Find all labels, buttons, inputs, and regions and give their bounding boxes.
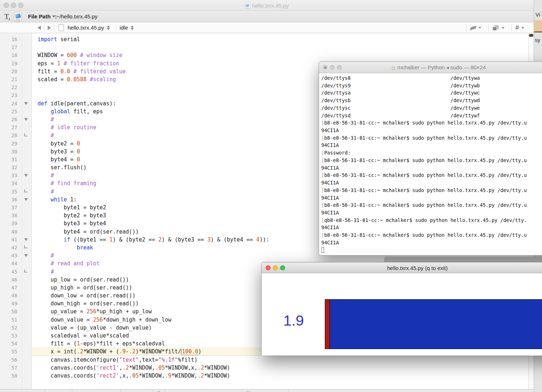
line-number[interactable]: 52 (0, 325, 20, 331)
line-number[interactable]: 40 (0, 229, 20, 235)
fold-toggle-icon[interactable] (20, 254, 32, 257)
language-menu[interactable]: Python (45, 389, 72, 392)
fold-toggle-icon[interactable] (20, 198, 32, 201)
text-tool-icon[interactable]: T, (4, 13, 10, 21)
line-number[interactable]: 28 (0, 132, 20, 138)
line-number[interactable]: 37 (0, 205, 20, 210)
line-number[interactable]: 54 (0, 341, 20, 347)
prompt-mark: [ (321, 150, 324, 156)
close-button[interactable] (266, 265, 271, 270)
function-dropdown[interactable]: idle (120, 25, 128, 31)
line-number[interactable]: 44 (0, 261, 20, 266)
line-number[interactable]: 55 (0, 349, 20, 354)
line-number[interactable]: 19 (0, 61, 20, 66)
zoom-button[interactable] (280, 265, 285, 270)
line-number[interactable]: 38 (0, 213, 20, 218)
fold-toggle-icon[interactable] (20, 102, 32, 105)
chevron-down-icon[interactable] (502, 27, 504, 29)
encoding-menu[interactable]: Unicode (UTF-8) (72, 389, 120, 392)
line-number[interactable]: 41 (0, 237, 20, 243)
line-number[interactable]: 27 (0, 125, 20, 130)
chevron-down-icon[interactable] (521, 27, 524, 29)
line-number[interactable]: 18 (0, 52, 20, 58)
line-number[interactable]: 43 (0, 253, 20, 258)
line-number[interactable]: 26 (0, 117, 20, 122)
back-button[interactable] (38, 26, 41, 30)
line-number[interactable]: 47 (0, 285, 20, 291)
marker-icon[interactable] (470, 25, 477, 30)
line-number[interactable]: 21 (0, 77, 20, 82)
code-line-17[interactable]: 17 (0, 43, 528, 51)
line-number[interactable]: 31 (0, 157, 20, 162)
line-number[interactable]: 50 (0, 309, 20, 314)
terminal-line: [b8-e8-56-31-81-cc:~ mchalker$ sudo pyth… (321, 187, 542, 194)
line-ending-menu[interactable]: Unix (LF) (120, 389, 152, 392)
close-button[interactable] (323, 65, 327, 70)
prompt-mark: [ (321, 120, 324, 126)
code-line-18[interactable]: 18WINDOW = 600 # window size (0, 51, 528, 59)
line-number[interactable]: 34 (0, 180, 20, 186)
line-number[interactable]: 42 (0, 245, 20, 251)
line-number[interactable]: 46 (0, 277, 20, 283)
filename-stepper[interactable] (107, 26, 110, 30)
line-number[interactable]: 25 (0, 109, 20, 114)
minimize-button[interactable] (273, 265, 278, 270)
minimize-button[interactable] (11, 3, 16, 8)
line-number[interactable]: 48 (0, 293, 20, 299)
fold-end-icon[interactable] (20, 135, 32, 136)
terminal-line: [b8-e8-56-31-81-cc:~ mchalker$ sudo pyth… (321, 201, 542, 209)
fold-toggle-icon[interactable] (20, 118, 32, 121)
fold-toggle-icon[interactable] (20, 238, 32, 241)
line-number[interactable]: 49 (0, 301, 20, 306)
line-number[interactable]: 33 (0, 173, 20, 178)
code-line-57[interactable]: 57 canvas.coords('rect1',.2*WINDOW,.05*W… (0, 364, 528, 372)
file-path-value: ~/hello.txrx.45.py (56, 13, 98, 19)
close-button[interactable] (4, 3, 9, 8)
line-number[interactable]: 22 (0, 84, 20, 90)
filename-dropdown[interactable]: hello.txrx.45.py (68, 25, 104, 31)
hash-icon[interactable]: # (516, 24, 519, 31)
line-number[interactable]: 23 (0, 92, 20, 98)
tk-canvas[interactable]: 1.9 (262, 273, 542, 356)
file-path-label[interactable]: File Path (28, 13, 51, 19)
fold-end-icon[interactable] (20, 271, 32, 273)
line-number[interactable]: 51 (0, 317, 20, 323)
line-number[interactable]: 29 (0, 141, 20, 147)
prompt-mark: [ (321, 157, 324, 163)
minimize-button[interactable] (330, 65, 335, 70)
fold-end-icon[interactable] (20, 191, 32, 192)
line-number[interactable]: 57 (0, 365, 20, 371)
fold-toggle-icon[interactable] (20, 174, 32, 177)
code-line-16[interactable]: 16import serial (0, 35, 528, 43)
terminal-cursor (321, 247, 324, 253)
terminal-body[interactable]: /dev/ttys8 /dev/ttywa/dev/ttys9 /dev/tty… (319, 73, 542, 254)
line-number[interactable]: 32 (0, 165, 20, 170)
line-number[interactable]: 45 (0, 269, 20, 275)
forward-button[interactable] (48, 26, 51, 30)
line-number[interactable]: 16 (0, 36, 20, 42)
fold-end-icon[interactable] (20, 247, 32, 248)
zoom-button[interactable] (18, 3, 23, 8)
line-number[interactable]: 24 (0, 101, 20, 106)
documents-icon[interactable] (492, 25, 499, 31)
line-number[interactable]: 36 (0, 197, 20, 202)
line-number[interactable]: 17 (0, 44, 20, 50)
chevron-down-icon[interactable] (478, 27, 481, 29)
lock-indicator[interactable] (153, 389, 165, 392)
scrollbar-thumb[interactable] (529, 34, 533, 37)
code-line-58[interactable]: 58 canvas.coords('rect2',x,.05*WINDOW,.9… (0, 372, 528, 380)
line-number[interactable]: 53 (0, 333, 20, 339)
line-number[interactable]: 30 (0, 149, 20, 154)
function-stepper[interactable] (131, 26, 134, 30)
code-line-56[interactable]: 56 canvas.itemconfigure("text",text="%.1… (0, 356, 528, 364)
line-number[interactable]: 39 (0, 221, 20, 226)
terminal-line: 94CI1A (321, 141, 542, 149)
zoom-button[interactable] (337, 65, 342, 70)
home-icon: ⌂ (391, 65, 395, 70)
line-number[interactable]: 56 (0, 357, 20, 363)
line-number[interactable]: 58 (0, 373, 20, 379)
file-proxy-icon[interactable] (14, 12, 22, 21)
line-number[interactable]: 35 (0, 189, 20, 195)
line-number[interactable]: 20 (0, 69, 20, 74)
zoom-menu[interactable]: 100% (289, 389, 314, 392)
